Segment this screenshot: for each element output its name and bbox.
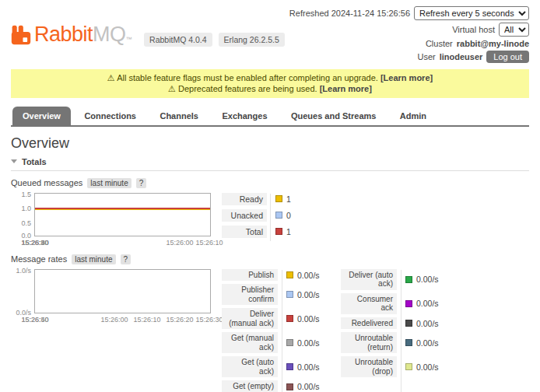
legend-row-consumer-ack: Consumer ack 0.00/s	[341, 293, 450, 314]
legend-label: Redelivered	[341, 317, 397, 330]
unroutable-drop-swatch	[405, 363, 412, 370]
legend-value: 1	[286, 227, 291, 236]
x-tick: 15:26:20	[166, 316, 193, 324]
user-label: User	[417, 52, 435, 61]
y-tick: 1.0/s	[16, 267, 31, 275]
nav-tabbar: Overview Connections Channels Exchanges …	[11, 107, 529, 127]
publish-swatch	[286, 271, 293, 278]
legend-row-unroutable-return: Unroutable (return) 0.00/s	[341, 332, 450, 353]
unacked-swatch	[275, 212, 282, 219]
tab-admin[interactable]: Admin	[390, 107, 437, 125]
get-auto-ack-swatch	[286, 363, 293, 370]
tab-overview[interactable]: Overview	[12, 107, 71, 125]
queued-messages-legend: Ready 1 Unacked 0 Total 1	[222, 193, 291, 242]
unroutable-return-swatch	[405, 339, 412, 346]
deprecated-learn-more-link[interactable]: [Learn more]	[320, 84, 372, 93]
legend-label: Deliver (manual ack)	[222, 308, 278, 329]
collapse-triangle-icon	[11, 159, 17, 163]
virtual-host-select[interactable]: All	[499, 23, 529, 37]
user-name: linodeuser	[440, 52, 483, 61]
virtual-host-label: Virtual host	[452, 25, 495, 34]
legend-value: 0.00/s	[297, 338, 320, 348]
ready-series-line	[35, 209, 210, 210]
legend-label: Deliver (auto ack)	[341, 269, 397, 290]
get-manual-ack-swatch	[286, 339, 293, 346]
totals-section-toggle[interactable]: Totals	[11, 157, 529, 171]
feature-flags-learn-more-link[interactable]: [Learn more]	[380, 73, 433, 82]
queued-period-badge[interactable]: last minute	[87, 178, 131, 188]
deprecated-features-warning: ⚠ Deprecated features are being used. [L…	[16, 83, 524, 94]
page-title: Overview	[11, 135, 529, 152]
brand-rabbit: Rabbit	[34, 23, 93, 46]
legend-label: Unacked	[222, 209, 267, 222]
queued-messages-title: Queued messages	[11, 178, 82, 187]
cluster-name: rabbit@my-linode	[457, 39, 529, 48]
header: RabbitMQ™ RabbitMQ 4.0.4 Erlang 26.2.5.5…	[0, 0, 540, 63]
deliver-auto-ack-swatch	[405, 276, 412, 283]
legend-label: Unroutable (return)	[341, 332, 397, 353]
publisher-confirm-swatch	[286, 291, 293, 298]
message-rates-header: Message rates last minute ?	[11, 254, 529, 264]
legend-label: Ready	[222, 193, 267, 205]
rabbit-icon	[11, 25, 31, 45]
tab-queues-and-streams[interactable]: Queues and Streams	[281, 107, 386, 125]
rates-period-badge[interactable]: last minute	[72, 254, 115, 264]
legend-value: 0.00/s	[416, 319, 439, 328]
legend-label: Total	[222, 226, 267, 238]
legend-value: 0.00/s	[297, 271, 320, 280]
legend-row-get-auto-ack: Get (auto ack) 0.00/s	[222, 356, 331, 377]
legend-label: Publish	[222, 269, 278, 282]
warning-banner: ⚠ All stable feature flags must be enabl…	[11, 69, 529, 98]
y-tick: 0.5	[21, 219, 31, 227]
legend-row-publish: Publish 0.00/s	[222, 269, 331, 282]
ready-swatch	[275, 195, 282, 202]
legend-value: 0	[286, 211, 291, 220]
tab-channels[interactable]: Channels	[149, 107, 209, 125]
legend-value: 0.00/s	[416, 362, 439, 372]
legend-value: 0.00/s	[297, 362, 320, 372]
message-rates-title: Message rates	[11, 254, 67, 264]
tab-exchanges[interactable]: Exchanges	[212, 107, 277, 125]
logout-button[interactable]: Log out	[486, 51, 529, 63]
legend-row-unacked: Unacked 0	[222, 209, 291, 222]
legend-value: 0.00/s	[297, 290, 320, 299]
feature-flags-warning: ⚠ All stable feature flags must be enabl…	[16, 72, 524, 83]
queued-messages-chart: 1.5 1.0 0.5 0.0 15:26:00 15:26:10 15:26:…	[11, 193, 212, 236]
deprecated-features-warning-text: ⚠ Deprecated features are being used.	[168, 84, 317, 93]
legend-value: 0.00/s	[416, 275, 439, 284]
queued-messages-header: Queued messages last minute ?	[11, 178, 529, 188]
message-rates-chart: 1.0/s 0.0/s 15:26:00 15:26:10 15:26:20 1…	[11, 269, 212, 313]
x-tick: 15:26:50	[21, 239, 48, 247]
legend-value: 1	[286, 194, 291, 204]
rabbitmq-version-badge: RabbitMQ 4.0.4	[144, 33, 212, 47]
rates-help-icon[interactable]: ?	[121, 254, 131, 264]
legend-label: Consumer ack	[341, 293, 397, 314]
rabbitmq-logo[interactable]: RabbitMQ™	[11, 23, 131, 51]
erlang-version-badge: Erlang 26.2.5.5	[219, 33, 285, 47]
message-rates-legend-right: Deliver (auto ack) 0.00/s Consumer ack 0…	[341, 269, 450, 392]
refresh-interval-select[interactable]: Refresh every 5 seconds	[414, 6, 529, 20]
legend-label: Unroutable (drop)	[341, 356, 397, 377]
queued-help-icon[interactable]: ?	[136, 178, 147, 188]
x-tick: 15:26:50	[21, 316, 48, 324]
legend-label: Publisher confirm	[222, 284, 278, 305]
legend-value: 0.00/s	[416, 338, 439, 348]
brand-mq: MQ	[93, 23, 126, 46]
legend-row-unroutable-drop: Unroutable (drop) 0.00/s	[341, 356, 450, 377]
legend-row-redelivered: Redelivered 0.00/s	[341, 317, 450, 330]
tab-connections[interactable]: Connections	[74, 107, 146, 125]
legend-value: 0.00/s	[297, 314, 320, 324]
legend-value: 0.00/s	[297, 382, 320, 391]
consumer-ack-swatch	[405, 300, 412, 307]
legend-row-get-empty: Get (empty) 0.00/s	[222, 380, 331, 392]
brand-text: RabbitMQ™	[34, 23, 131, 51]
total-series-line	[35, 208, 210, 209]
legend-row-publisher-confirm: Publisher confirm 0.00/s	[222, 284, 331, 305]
x-tick: 15:26:00	[100, 316, 128, 324]
cluster-label: Cluster	[426, 39, 453, 48]
total-swatch	[275, 228, 282, 235]
x-tick: 15:26:00	[166, 239, 193, 247]
legend-row-deliver-manual-ack: Deliver (manual ack) 0.00/s	[222, 308, 331, 329]
legend-row-ready: Ready 1	[222, 193, 291, 205]
legend-row-get-manual-ack: Get (manual ack) 0.00/s	[222, 332, 331, 353]
